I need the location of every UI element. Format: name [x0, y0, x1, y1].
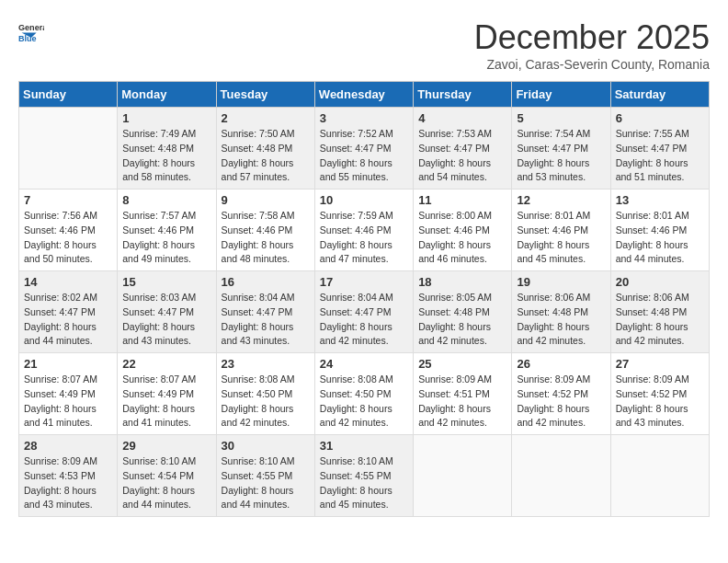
day-header-tuesday: Tuesday [216, 82, 314, 108]
day-cell: 24Sunrise: 8:08 AMSunset: 4:50 PMDayligh… [314, 353, 413, 435]
day-cell [610, 435, 709, 517]
day-number: 10 [320, 193, 408, 207]
day-info: Sunrise: 7:54 AMSunset: 4:47 PMDaylight:… [517, 127, 605, 185]
week-row-1: 1Sunrise: 7:49 AMSunset: 4:48 PMDaylight… [19, 108, 710, 190]
day-info: Sunrise: 8:06 AMSunset: 4:48 PMDaylight:… [517, 291, 605, 349]
day-number: 1 [122, 111, 210, 125]
day-info: Sunrise: 7:52 AMSunset: 4:47 PMDaylight:… [320, 127, 408, 185]
week-row-5: 28Sunrise: 8:09 AMSunset: 4:53 PMDayligh… [19, 435, 710, 517]
day-cell: 3Sunrise: 7:52 AMSunset: 4:47 PMDaylight… [314, 108, 413, 190]
day-number: 5 [517, 111, 605, 125]
day-info: Sunrise: 8:04 AMSunset: 4:47 PMDaylight:… [320, 291, 408, 349]
day-number: 31 [320, 439, 408, 453]
logo: General Blue [18, 18, 44, 44]
day-header-thursday: Thursday [414, 82, 512, 108]
title-block: December 2025 Zavoi, Caras-Severin Count… [474, 18, 710, 72]
calendar-header-row: SundayMondayTuesdayWednesdayThursdayFrid… [19, 82, 710, 108]
day-info: Sunrise: 8:09 AMSunset: 4:52 PMDaylight:… [616, 373, 704, 431]
day-info: Sunrise: 8:04 AMSunset: 4:47 PMDaylight:… [222, 291, 310, 349]
day-info: Sunrise: 8:08 AMSunset: 4:50 PMDaylight:… [222, 373, 310, 431]
day-info: Sunrise: 7:50 AMSunset: 4:48 PMDaylight:… [222, 127, 310, 185]
day-info: Sunrise: 8:09 AMSunset: 4:53 PMDaylight:… [24, 454, 112, 512]
day-number: 11 [418, 193, 506, 207]
day-number: 29 [122, 439, 210, 453]
day-info: Sunrise: 8:03 AMSunset: 4:47 PMDaylight:… [122, 291, 210, 349]
logo-icon: General Blue [18, 18, 44, 44]
day-cell: 14Sunrise: 8:02 AMSunset: 4:47 PMDayligh… [19, 271, 118, 353]
day-number: 23 [222, 357, 310, 371]
day-number: 26 [517, 357, 605, 371]
day-cell: 17Sunrise: 8:04 AMSunset: 4:47 PMDayligh… [314, 271, 413, 353]
day-cell: 20Sunrise: 8:06 AMSunset: 4:48 PMDayligh… [610, 271, 709, 353]
day-number: 15 [122, 275, 210, 289]
day-cell: 7Sunrise: 7:56 AMSunset: 4:46 PMDaylight… [19, 190, 118, 271]
day-cell: 5Sunrise: 7:54 AMSunset: 4:47 PMDaylight… [512, 108, 610, 190]
day-info: Sunrise: 8:10 AMSunset: 4:55 PMDaylight:… [320, 454, 408, 512]
day-number: 18 [418, 275, 506, 289]
day-number: 16 [222, 275, 310, 289]
day-info: Sunrise: 8:10 AMSunset: 4:54 PMDaylight:… [122, 454, 210, 512]
day-info: Sunrise: 8:01 AMSunset: 4:46 PMDaylight:… [616, 209, 704, 267]
week-row-3: 14Sunrise: 8:02 AMSunset: 4:47 PMDayligh… [19, 271, 710, 353]
day-cell: 2Sunrise: 7:50 AMSunset: 4:48 PMDaylight… [216, 108, 314, 190]
day-header-friday: Friday [512, 82, 610, 108]
day-cell: 21Sunrise: 8:07 AMSunset: 4:49 PMDayligh… [19, 353, 118, 435]
day-number: 3 [320, 111, 408, 125]
day-cell: 23Sunrise: 8:08 AMSunset: 4:50 PMDayligh… [216, 353, 314, 435]
day-cell: 27Sunrise: 8:09 AMSunset: 4:52 PMDayligh… [610, 353, 709, 435]
day-number: 9 [222, 193, 310, 207]
svg-text:General: General [18, 23, 44, 32]
day-cell: 30Sunrise: 8:10 AMSunset: 4:55 PMDayligh… [216, 435, 314, 517]
day-number: 2 [222, 111, 310, 125]
day-cell: 26Sunrise: 8:09 AMSunset: 4:52 PMDayligh… [512, 353, 610, 435]
day-cell: 25Sunrise: 8:09 AMSunset: 4:51 PMDayligh… [414, 353, 512, 435]
day-number: 28 [24, 439, 112, 453]
day-cell: 22Sunrise: 8:07 AMSunset: 4:49 PMDayligh… [118, 353, 216, 435]
day-cell: 6Sunrise: 7:55 AMSunset: 4:47 PMDaylight… [610, 108, 709, 190]
day-info: Sunrise: 7:55 AMSunset: 4:47 PMDaylight:… [616, 127, 704, 185]
day-info: Sunrise: 8:01 AMSunset: 4:46 PMDaylight:… [517, 209, 605, 267]
day-number: 22 [122, 357, 210, 371]
day-cell: 29Sunrise: 8:10 AMSunset: 4:54 PMDayligh… [118, 435, 216, 517]
day-info: Sunrise: 8:06 AMSunset: 4:48 PMDaylight:… [616, 291, 704, 349]
day-number: 7 [24, 193, 112, 207]
day-info: Sunrise: 7:58 AMSunset: 4:46 PMDaylight:… [222, 209, 310, 267]
day-info: Sunrise: 8:00 AMSunset: 4:46 PMDaylight:… [418, 209, 506, 267]
day-info: Sunrise: 7:57 AMSunset: 4:46 PMDaylight:… [122, 209, 210, 267]
day-cell: 28Sunrise: 8:09 AMSunset: 4:53 PMDayligh… [19, 435, 118, 517]
day-number: 4 [418, 111, 506, 125]
day-info: Sunrise: 7:59 AMSunset: 4:46 PMDaylight:… [320, 209, 408, 267]
day-number: 6 [616, 111, 704, 125]
day-cell: 16Sunrise: 8:04 AMSunset: 4:47 PMDayligh… [216, 271, 314, 353]
day-number: 25 [418, 357, 506, 371]
day-info: Sunrise: 8:05 AMSunset: 4:48 PMDaylight:… [418, 291, 506, 349]
day-header-saturday: Saturday [610, 82, 709, 108]
subtitle: Zavoi, Caras-Severin County, Romania [474, 57, 710, 72]
day-info: Sunrise: 8:09 AMSunset: 4:51 PMDaylight:… [418, 373, 506, 431]
day-cell: 9Sunrise: 7:58 AMSunset: 4:46 PMDaylight… [216, 190, 314, 271]
day-info: Sunrise: 7:56 AMSunset: 4:46 PMDaylight:… [24, 209, 112, 267]
day-cell [512, 435, 610, 517]
day-number: 30 [222, 439, 310, 453]
day-cell: 12Sunrise: 8:01 AMSunset: 4:46 PMDayligh… [512, 190, 610, 271]
day-info: Sunrise: 8:09 AMSunset: 4:52 PMDaylight:… [517, 373, 605, 431]
day-number: 21 [24, 357, 112, 371]
day-number: 19 [517, 275, 605, 289]
page-header: General Blue December 2025 Zavoi, Caras-… [18, 18, 710, 72]
main-title: December 2025 [474, 18, 710, 57]
day-header-sunday: Sunday [19, 82, 118, 108]
day-cell: 11Sunrise: 8:00 AMSunset: 4:46 PMDayligh… [414, 190, 512, 271]
day-cell: 13Sunrise: 8:01 AMSunset: 4:46 PMDayligh… [610, 190, 709, 271]
week-row-2: 7Sunrise: 7:56 AMSunset: 4:46 PMDaylight… [19, 190, 710, 271]
day-cell: 1Sunrise: 7:49 AMSunset: 4:48 PMDaylight… [118, 108, 216, 190]
week-row-4: 21Sunrise: 8:07 AMSunset: 4:49 PMDayligh… [19, 353, 710, 435]
day-cell: 4Sunrise: 7:53 AMSunset: 4:47 PMDaylight… [414, 108, 512, 190]
day-cell: 10Sunrise: 7:59 AMSunset: 4:46 PMDayligh… [314, 190, 413, 271]
day-cell: 18Sunrise: 8:05 AMSunset: 4:48 PMDayligh… [414, 271, 512, 353]
day-number: 12 [517, 193, 605, 207]
svg-text:Blue: Blue [18, 34, 37, 43]
day-info: Sunrise: 8:07 AMSunset: 4:49 PMDaylight:… [122, 373, 210, 431]
day-number: 17 [320, 275, 408, 289]
day-number: 24 [320, 357, 408, 371]
day-number: 8 [122, 193, 210, 207]
